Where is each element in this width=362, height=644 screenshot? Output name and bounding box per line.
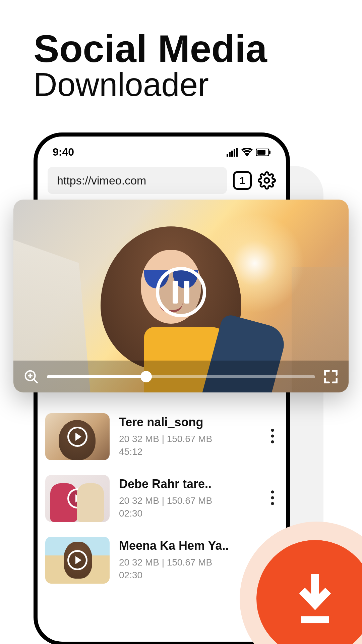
svg-line-10 (34, 379, 38, 383)
svg-rect-20 (301, 616, 329, 623)
progress-fill (47, 375, 146, 378)
svg-rect-4 (236, 148, 238, 157)
tab-counter-button[interactable]: 1 (233, 171, 252, 190)
video-duration: 02:30 (119, 570, 142, 580)
play-icon[interactable] (67, 427, 87, 447)
progress-thumb[interactable] (140, 371, 152, 382)
status-time: 9:40 (53, 146, 74, 158)
play-icon[interactable] (67, 488, 87, 508)
signal-icon (227, 148, 238, 157)
video-player[interactable] (13, 200, 349, 392)
more-button[interactable] (267, 490, 278, 507)
video-title: Meena Ka Hem Ya.. (119, 539, 278, 553)
url-bar-row: https://vimeo.com 1 (38, 158, 286, 194)
status-bar: 9:40 (38, 137, 286, 158)
svg-rect-2 (231, 151, 233, 157)
svg-point-17 (271, 496, 274, 499)
tab-count: 1 (240, 175, 245, 186)
play-icon[interactable] (67, 550, 87, 570)
svg-point-18 (271, 502, 274, 505)
progress-bar[interactable] (47, 375, 315, 378)
video-size: 20 32 MB | 150.67 MB (119, 495, 212, 506)
video-thumbnail[interactable] (45, 413, 110, 460)
gear-icon[interactable] (258, 171, 276, 190)
svg-point-8 (264, 178, 269, 183)
pause-button[interactable] (156, 267, 206, 317)
fullscreen-icon[interactable] (323, 369, 339, 384)
more-button[interactable] (267, 428, 278, 445)
video-title: Tere nali_song (119, 415, 257, 429)
svg-rect-1 (229, 152, 231, 157)
video-title: Debe Rahr tare.. (119, 477, 257, 491)
svg-point-15 (271, 440, 274, 443)
video-list: Tere nali_song20 32 MB | 150.67 MB45:12D… (45, 406, 278, 591)
svg-marker-19 (300, 594, 330, 610)
svg-rect-6 (269, 151, 270, 154)
list-item[interactable]: Tere nali_song20 32 MB | 150.67 MB45:12 (45, 406, 278, 468)
video-meta: 20 32 MB | 150.67 MB02:30 (119, 494, 257, 520)
video-meta: 20 32 MB | 150.67 MB45:12 (119, 433, 257, 458)
headline-line2: Downloader (34, 66, 267, 104)
svg-rect-0 (227, 154, 228, 157)
svg-rect-3 (234, 149, 235, 157)
list-item-body: Tere nali_song20 32 MB | 150.67 MB45:12 (119, 413, 257, 458)
video-thumbnail[interactable] (45, 537, 110, 584)
svg-point-14 (271, 434, 274, 437)
video-thumbnail[interactable] (45, 475, 110, 522)
download-icon (292, 572, 339, 626)
more-vertical-icon (270, 490, 275, 505)
headline-line1: Social Media (34, 29, 267, 69)
svg-point-13 (271, 429, 274, 432)
video-size: 20 32 MB | 150.67 MB (119, 557, 212, 568)
list-item-body: Debe Rahr tare..20 32 MB | 150.67 MB02:3… (119, 475, 257, 520)
url-input[interactable]: https://vimeo.com (48, 167, 227, 194)
url-value: https://vimeo.com (57, 174, 146, 187)
svg-rect-7 (257, 150, 265, 155)
wifi-icon (241, 148, 253, 157)
battery-icon (256, 149, 271, 156)
video-duration: 02:30 (119, 508, 142, 519)
svg-point-16 (271, 490, 274, 493)
headline: Social Media Downloader (34, 29, 267, 104)
video-duration: 45:12 (119, 446, 142, 457)
video-size: 20 32 MB | 150.67 MB (119, 434, 212, 444)
list-item[interactable]: Debe Rahr tare..20 32 MB | 150.67 MB02:3… (45, 468, 278, 529)
player-controls (13, 361, 349, 392)
more-vertical-icon (270, 428, 275, 444)
status-icons (227, 148, 271, 157)
zoom-icon[interactable] (23, 369, 39, 384)
